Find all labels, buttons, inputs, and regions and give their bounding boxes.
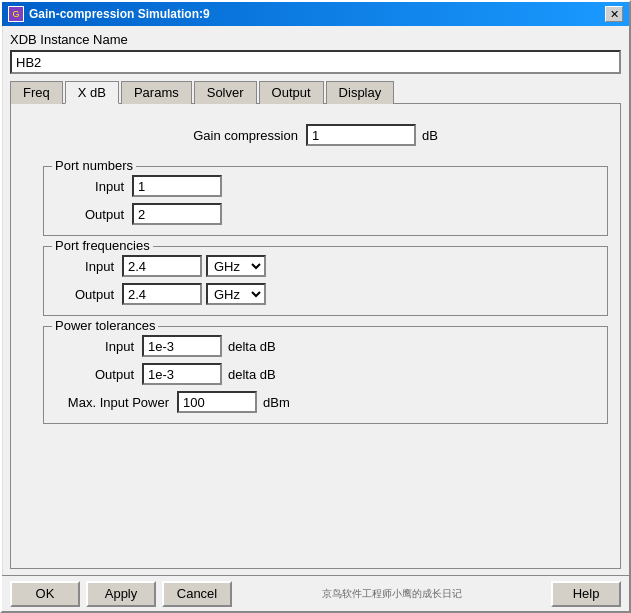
port-frequencies-group: Port frequencies Input Hz KHz MHz GHz Ou… bbox=[43, 246, 608, 316]
window-content: XDB Instance Name Freq X dB Params Solve… bbox=[2, 26, 629, 575]
instance-label: XDB Instance Name bbox=[10, 32, 621, 47]
power-tolerances-title: Power tolerances bbox=[52, 318, 158, 333]
port-input-label: Input bbox=[54, 179, 124, 194]
freq-output-unit-select[interactable]: Hz KHz MHz GHz bbox=[206, 283, 266, 305]
power-output-field[interactable] bbox=[142, 363, 222, 385]
watermark-text: 京鸟软件工程师小鹰的成长日记 bbox=[322, 587, 462, 601]
freq-output-label: Output bbox=[54, 287, 114, 302]
tab-panel-xdb: Gain compression dB Port numbers Input O… bbox=[10, 103, 621, 569]
port-freq-input-row: Input Hz KHz MHz GHz bbox=[54, 255, 597, 277]
gain-compression-unit: dB bbox=[422, 128, 438, 143]
title-bar: G Gain-compression Simulation:9 ✕ bbox=[2, 2, 629, 26]
port-numbers-output-row: Output bbox=[54, 203, 597, 225]
tab-params[interactable]: Params bbox=[121, 81, 192, 104]
tabs-container: Freq X dB Params Solver Output Display bbox=[10, 80, 621, 103]
power-input-suffix: delta dB bbox=[228, 339, 276, 354]
gain-compression-label: Gain compression bbox=[193, 128, 298, 143]
port-output-label: Output bbox=[54, 207, 124, 222]
power-tol-output-row: Output delta dB bbox=[54, 363, 597, 385]
freq-input-field[interactable] bbox=[122, 255, 202, 277]
max-input-field[interactable] bbox=[177, 391, 257, 413]
power-input-label: Input bbox=[54, 339, 134, 354]
port-frequencies-title: Port frequencies bbox=[52, 238, 153, 253]
freq-output-field[interactable] bbox=[122, 283, 202, 305]
tab-xdb[interactable]: X dB bbox=[65, 81, 119, 104]
window-icon: G bbox=[8, 6, 24, 22]
gain-compression-input[interactable] bbox=[306, 124, 416, 146]
tab-freq[interactable]: Freq bbox=[10, 81, 63, 104]
max-input-unit: dBm bbox=[263, 395, 290, 410]
port-input-field[interactable] bbox=[132, 175, 222, 197]
freq-input-label: Input bbox=[54, 259, 114, 274]
apply-button[interactable]: Apply bbox=[86, 581, 156, 607]
tab-solver[interactable]: Solver bbox=[194, 81, 257, 104]
help-button[interactable]: Help bbox=[551, 581, 621, 607]
title-bar-left: G Gain-compression Simulation:9 bbox=[8, 6, 210, 22]
bottom-bar: OK Apply Cancel 京鸟软件工程师小鹰的成长日记 Help bbox=[2, 575, 629, 611]
power-output-suffix: delta dB bbox=[228, 367, 276, 382]
power-input-field[interactable] bbox=[142, 335, 222, 357]
tab-display[interactable]: Display bbox=[326, 81, 395, 104]
max-input-power-row: Max. Input Power dBm bbox=[54, 391, 597, 413]
tab-output[interactable]: Output bbox=[259, 81, 324, 104]
port-output-field[interactable] bbox=[132, 203, 222, 225]
watermark: 京鸟软件工程师小鹰的成长日记 bbox=[238, 587, 545, 601]
cancel-button[interactable]: Cancel bbox=[162, 581, 232, 607]
close-button[interactable]: ✕ bbox=[605, 6, 623, 22]
port-freq-output-row: Output Hz KHz MHz GHz bbox=[54, 283, 597, 305]
freq-input-unit-select[interactable]: Hz KHz MHz GHz bbox=[206, 255, 266, 277]
main-window: G Gain-compression Simulation:9 ✕ XDB In… bbox=[0, 0, 631, 613]
power-output-label: Output bbox=[54, 367, 134, 382]
window-title: Gain-compression Simulation:9 bbox=[29, 7, 210, 21]
port-numbers-input-row: Input bbox=[54, 175, 597, 197]
gain-compression-section: Gain compression dB bbox=[23, 124, 608, 146]
instance-name-input[interactable] bbox=[10, 50, 621, 74]
max-input-label: Max. Input Power bbox=[54, 395, 169, 410]
power-tolerances-group: Power tolerances Input delta dB Output d… bbox=[43, 326, 608, 424]
port-numbers-group: Port numbers Input Output bbox=[43, 166, 608, 236]
power-tol-input-row: Input delta dB bbox=[54, 335, 597, 357]
port-numbers-title: Port numbers bbox=[52, 158, 136, 173]
ok-button[interactable]: OK bbox=[10, 581, 80, 607]
